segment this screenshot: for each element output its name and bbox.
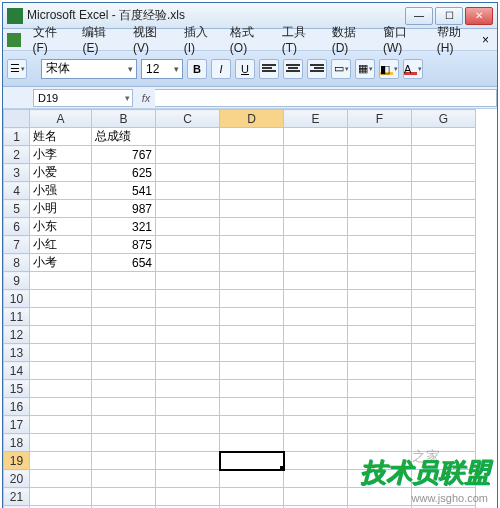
merge-button[interactable]: ▭▾ — [331, 59, 351, 79]
cell-C13[interactable] — [156, 344, 220, 362]
cell-C9[interactable] — [156, 272, 220, 290]
cell-C20[interactable] — [156, 470, 220, 488]
cell-E13[interactable] — [284, 344, 348, 362]
menu-edit[interactable]: 编辑(E) — [76, 24, 127, 55]
cell-A20[interactable] — [30, 470, 92, 488]
cell-A8[interactable]: 小考 — [30, 254, 92, 272]
cell-B3[interactable]: 625 — [92, 164, 156, 182]
font-color-button[interactable]: A▾ — [403, 59, 423, 79]
row-header-21[interactable]: 21 — [4, 488, 30, 506]
cell-F5[interactable] — [348, 200, 412, 218]
col-header-A[interactable]: A — [30, 110, 92, 128]
cell-G14[interactable] — [412, 362, 476, 380]
cell-C3[interactable] — [156, 164, 220, 182]
row-header-17[interactable]: 17 — [4, 416, 30, 434]
cell-D3[interactable] — [220, 164, 284, 182]
cell-F20[interactable] — [348, 470, 412, 488]
bold-button[interactable]: B — [187, 59, 207, 79]
cell-E15[interactable] — [284, 380, 348, 398]
cell-E5[interactable] — [284, 200, 348, 218]
name-box[interactable]: D19 — [33, 89, 133, 107]
cell-E10[interactable] — [284, 290, 348, 308]
col-header-E[interactable]: E — [284, 110, 348, 128]
cell-G4[interactable] — [412, 182, 476, 200]
cell-B10[interactable] — [92, 290, 156, 308]
cell-B21[interactable] — [92, 488, 156, 506]
menu-file[interactable]: 文件(F) — [27, 24, 77, 55]
cell-F13[interactable] — [348, 344, 412, 362]
cell-E21[interactable] — [284, 488, 348, 506]
spreadsheet-grid[interactable]: A B C D E F G 1姓名总成绩2小李7673小爱6254小强5415小… — [3, 109, 476, 508]
col-header-G[interactable]: G — [412, 110, 476, 128]
cell-B4[interactable]: 541 — [92, 182, 156, 200]
row-header-13[interactable]: 13 — [4, 344, 30, 362]
cell-A14[interactable] — [30, 362, 92, 380]
cell-G10[interactable] — [412, 290, 476, 308]
select-all-corner[interactable] — [4, 110, 30, 128]
cell-G18[interactable] — [412, 434, 476, 452]
fx-icon[interactable]: fx — [137, 92, 155, 104]
cell-G1[interactable] — [412, 128, 476, 146]
cell-F16[interactable] — [348, 398, 412, 416]
cell-C6[interactable] — [156, 218, 220, 236]
cell-F4[interactable] — [348, 182, 412, 200]
row-header-14[interactable]: 14 — [4, 362, 30, 380]
row-header-11[interactable]: 11 — [4, 308, 30, 326]
cell-F7[interactable] — [348, 236, 412, 254]
menu-window[interactable]: 窗口(W) — [377, 24, 431, 55]
col-header-B[interactable]: B — [92, 110, 156, 128]
cell-G20[interactable] — [412, 470, 476, 488]
cell-D20[interactable] — [220, 470, 284, 488]
cell-A4[interactable]: 小强 — [30, 182, 92, 200]
cell-A10[interactable] — [30, 290, 92, 308]
menu-format[interactable]: 格式(O) — [224, 24, 276, 55]
underline-button[interactable]: U — [235, 59, 255, 79]
cell-G6[interactable] — [412, 218, 476, 236]
cell-G12[interactable] — [412, 326, 476, 344]
cell-C12[interactable] — [156, 326, 220, 344]
cell-A5[interactable]: 小明 — [30, 200, 92, 218]
cell-G7[interactable] — [412, 236, 476, 254]
cell-F12[interactable] — [348, 326, 412, 344]
cell-G13[interactable] — [412, 344, 476, 362]
cell-C14[interactable] — [156, 362, 220, 380]
cell-E19[interactable] — [284, 452, 348, 470]
cell-B8[interactable]: 654 — [92, 254, 156, 272]
cell-D6[interactable] — [220, 218, 284, 236]
maximize-button[interactable]: ☐ — [435, 7, 463, 25]
cell-G17[interactable] — [412, 416, 476, 434]
cell-E3[interactable] — [284, 164, 348, 182]
cell-F11[interactable] — [348, 308, 412, 326]
cell-G11[interactable] — [412, 308, 476, 326]
cell-B1[interactable]: 总成绩 — [92, 128, 156, 146]
cell-A7[interactable]: 小红 — [30, 236, 92, 254]
cell-C8[interactable] — [156, 254, 220, 272]
cell-E20[interactable] — [284, 470, 348, 488]
cell-E18[interactable] — [284, 434, 348, 452]
cell-F2[interactable] — [348, 146, 412, 164]
cell-C4[interactable] — [156, 182, 220, 200]
cell-E12[interactable] — [284, 326, 348, 344]
cell-F14[interactable] — [348, 362, 412, 380]
row-header-15[interactable]: 15 — [4, 380, 30, 398]
menu-data[interactable]: 数据(D) — [326, 24, 377, 55]
cell-G19[interactable] — [412, 452, 476, 470]
row-header-19[interactable]: 19 — [4, 452, 30, 470]
cell-A16[interactable] — [30, 398, 92, 416]
cell-E16[interactable] — [284, 398, 348, 416]
cell-A11[interactable] — [30, 308, 92, 326]
cell-A2[interactable]: 小李 — [30, 146, 92, 164]
cell-E8[interactable] — [284, 254, 348, 272]
font-name-select[interactable]: 宋体 — [41, 59, 137, 79]
row-header-18[interactable]: 18 — [4, 434, 30, 452]
cell-B7[interactable]: 875 — [92, 236, 156, 254]
cell-B14[interactable] — [92, 362, 156, 380]
cell-B19[interactable] — [92, 452, 156, 470]
font-size-select[interactable]: 12 — [141, 59, 183, 79]
cell-D21[interactable] — [220, 488, 284, 506]
cell-B11[interactable] — [92, 308, 156, 326]
col-header-D[interactable]: D — [220, 110, 284, 128]
cell-A13[interactable] — [30, 344, 92, 362]
col-header-C[interactable]: C — [156, 110, 220, 128]
row-header-16[interactable]: 16 — [4, 398, 30, 416]
